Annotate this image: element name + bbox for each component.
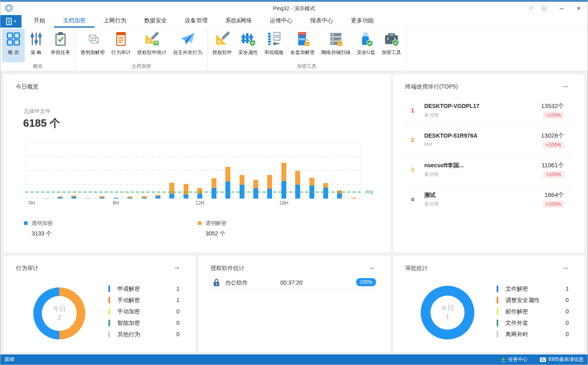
legend-label: 手动解密 xyxy=(117,297,140,304)
legend-value: 1 xyxy=(176,285,179,292)
encryption-tools-button[interactable]: 加密工具 xyxy=(378,29,404,62)
top5-title: 终端使用排行(TOP5) xyxy=(405,83,458,91)
bar-slot-20h xyxy=(305,144,318,199)
stacked-bar xyxy=(225,167,230,199)
dashboard-content: 今日概览 总操作文件 6185 个 avg 0H6H12H18H 透明加密 xyxy=(0,71,588,355)
moon-icon[interactable]: ☾ xyxy=(530,6,535,11)
approval-tasks-button[interactable]: 审批任务 xyxy=(48,29,74,62)
top5-row[interactable]: 4 测试 未分组 1664个 +100% xyxy=(405,186,572,216)
donut-center-label: 今日 xyxy=(53,305,66,313)
unread-messages-button[interactable]: 9305条未读信息 xyxy=(540,356,584,363)
top5-row[interactable]: 2 DESKTOP-51R976A test 13028个 +100% xyxy=(405,127,572,156)
behavior-audit-label: 行为审计 xyxy=(111,49,131,56)
bar-slot-1h xyxy=(39,144,53,199)
tab-device-management[interactable]: 设备管理 xyxy=(176,15,216,28)
authorized-software-button[interactable]: 授权软件 xyxy=(209,29,235,62)
legend-row: 其他行为0 xyxy=(108,329,179,340)
secure-usb-button[interactable]: 安全U盘 xyxy=(354,29,378,62)
message-icon xyxy=(540,357,546,362)
bar-slot-4h xyxy=(81,144,95,199)
unread-messages-label: 9305条未读信息 xyxy=(548,356,584,363)
close-button[interactable]: × xyxy=(574,4,584,13)
top5-list: 1 DESKTOP-VGDPL17 未分组 13532个 +100% 2 DES… xyxy=(405,97,572,216)
stacked-bar xyxy=(58,197,63,199)
authorized-software-title: 授权软件统计 xyxy=(210,265,244,272)
transparent-encryption-button[interactable]: 透明加解密 xyxy=(77,29,108,62)
bar-segment-encrypt xyxy=(184,194,188,199)
task-center-button[interactable]: 任务中心 xyxy=(501,356,527,363)
stacked-bar xyxy=(71,196,76,199)
security-attribute-button[interactable]: 安全属性 xyxy=(235,29,261,62)
arrow-right-icon[interactable]: → xyxy=(561,263,569,271)
ribbon-group-label: 文档加密 xyxy=(77,62,205,71)
grid-icon xyxy=(6,31,21,47)
legend-value: 0 xyxy=(176,308,179,315)
legend-value: 0 xyxy=(176,320,179,326)
bar-segment-encrypt xyxy=(212,188,216,199)
statusbar: 就绪 任务中心 9305条未读信息 xyxy=(0,354,588,365)
bar-segment-decrypt xyxy=(351,198,356,199)
arrow-right-icon[interactable]: → xyxy=(561,82,569,89)
overview-button[interactable]: 概 览 xyxy=(2,29,25,62)
tab-start[interactable]: 开始 xyxy=(25,15,54,28)
bar-slot-3h xyxy=(67,144,81,199)
theme-toggle[interactable]: ☾ ☼ xyxy=(528,4,549,13)
rank-number: 1 xyxy=(411,107,414,114)
tab-data-security[interactable]: 数据安全 xyxy=(135,15,176,28)
authorized-software-stats-button[interactable]: 授权软件统计 xyxy=(134,29,170,62)
full-disk-encryption-button[interactable]: SSD 全盘加解密 xyxy=(287,29,318,62)
donut-center-value: 1 xyxy=(445,313,449,321)
menu-tabs: 开始 文档加密 上网行为 数据安全 设备管理 系统&网络 运维中心 报表中心 更… xyxy=(25,15,383,28)
bar-segment-encrypt xyxy=(253,188,258,199)
arrow-right-icon[interactable]: → xyxy=(368,263,375,271)
policy-button-label: 策 略 xyxy=(30,49,41,56)
bar-slot-19h xyxy=(291,144,305,199)
paper-plane-icon xyxy=(180,31,195,47)
top5-row[interactable]: 1 DESKTOP-VGDPL17 未分组 13532个 +100% xyxy=(405,97,572,127)
tab-system-network[interactable]: 系统&网络 xyxy=(216,15,261,28)
bar-segment-decrypt xyxy=(295,171,300,185)
x-axis-ticks: 0H6H12H18H xyxy=(25,200,361,207)
network-storage-scan-button[interactable]: 网络存储扫描 xyxy=(318,29,354,62)
full-disk-encryption-label: 全盘加解密 xyxy=(290,49,315,56)
bar-segment-decrypt xyxy=(86,198,91,199)
legend-count-encrypt: 3133 个 xyxy=(32,230,53,238)
software-row[interactable]: 办公软件 00:37:20 100% xyxy=(210,276,376,290)
terminal-group: 未分组 xyxy=(424,112,439,119)
legend-row: 文件解密1 xyxy=(497,283,569,295)
tab-more-features[interactable]: 更多功能 xyxy=(342,15,383,28)
tab-web-behavior[interactable]: 上网行为 xyxy=(95,15,135,28)
stacked-bar xyxy=(44,198,49,199)
behavior-audit-button[interactable]: 行为审计 xyxy=(108,29,134,62)
sun-icon[interactable]: ☼ xyxy=(540,5,547,12)
legend-label: 智能加密 xyxy=(117,320,140,327)
legend-encrypt: 透明加密 3133 个 xyxy=(24,220,53,238)
legend-label: 邮件解密 xyxy=(506,308,528,315)
self-outgoing-button[interactable]: 自主外发行为 xyxy=(170,29,205,62)
bar-slot-15h xyxy=(235,144,249,199)
file-menu-button[interactable]: ▼ xyxy=(0,15,22,28)
bar-segment-decrypt xyxy=(225,167,230,181)
bar-segment-decrypt xyxy=(184,184,188,194)
approval-template-button[interactable]: 审批模板 xyxy=(261,29,287,62)
authorized-software-stats-label: 授权软件统计 xyxy=(137,49,166,56)
tab-report-center[interactable]: 报表中心 xyxy=(301,15,342,28)
arrow-right-icon[interactable]: → xyxy=(173,263,180,271)
terminal-group: 未分组 xyxy=(424,171,439,178)
bar-segment-decrypt xyxy=(309,178,314,186)
x-tick-label: 0H xyxy=(29,200,35,206)
top5-row[interactable]: 3 nsecsoft李国... 未分组 11061个 +100% xyxy=(405,156,572,186)
menu-tabbar: ▼ 开始 文档加密 上网行为 数据安全 设备管理 系统&网络 运维中心 报表中心… xyxy=(0,15,588,28)
approval-tasks-button-label: 审批任务 xyxy=(51,49,70,56)
minimize-button[interactable]: – xyxy=(557,4,566,13)
policy-button[interactable]: 策 略 xyxy=(25,29,48,62)
bar-slot-7h xyxy=(123,144,137,199)
behavior-audit-donut: 今日 2 xyxy=(33,287,85,339)
legend-mark xyxy=(108,285,110,292)
bar-slot-10h xyxy=(165,144,179,199)
tab-document-encryption[interactable]: 文档加密 xyxy=(54,15,95,28)
tab-ops-center[interactable]: 运维中心 xyxy=(261,15,301,28)
lock-icon xyxy=(213,279,220,287)
document-menu-icon xyxy=(5,17,13,26)
task-center-label: 任务中心 xyxy=(508,356,527,363)
